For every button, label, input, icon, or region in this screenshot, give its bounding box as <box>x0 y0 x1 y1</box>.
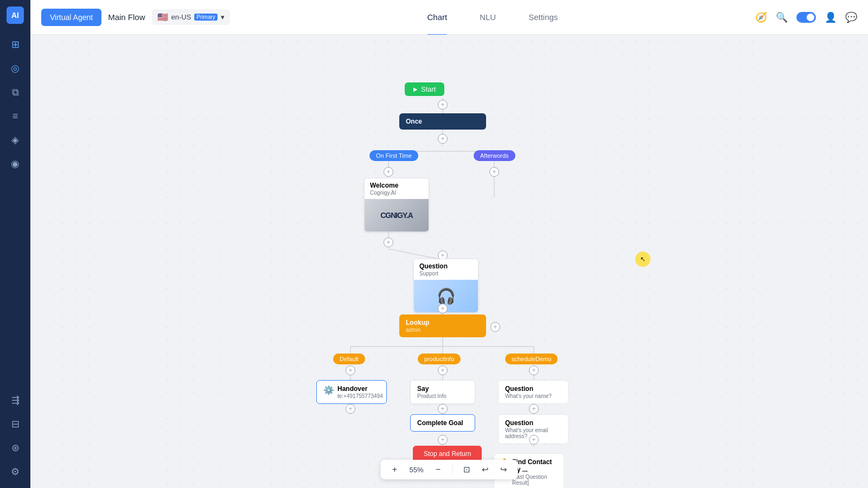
once-node[interactable]: Once <box>399 113 486 130</box>
question-support-title: Question <box>419 262 473 270</box>
welcome-node-container: Welcome Cognigy.AI CGNIGY.A <box>364 178 429 232</box>
on-first-time-badge[interactable]: On First Time <box>369 150 418 161</box>
cognigy-logo: CGNIGY.A <box>380 211 413 220</box>
sidebar-item-search[interactable]: ◈ <box>5 130 25 150</box>
tab-chart[interactable]: Chart <box>427 8 447 26</box>
plus-icon[interactable]: + <box>529 435 539 445</box>
handover-node-container: ⚙️ Handover te:+491755773494 <box>316 380 387 404</box>
plus-icon[interactable]: + <box>438 365 448 375</box>
plus-icon[interactable]: + <box>346 365 355 375</box>
lookup-node-container: Lookup admin + <box>399 314 486 337</box>
flow-canvas[interactable]: ▶ Start + Once + On First Time Afterword… <box>30 35 868 488</box>
zoom-out-button[interactable]: − <box>432 463 445 476</box>
lookup-node[interactable]: Lookup admin <box>399 314 486 337</box>
start-node[interactable]: ▶ Start <box>405 82 444 96</box>
welcome-node-image: CGNIGY.A <box>365 199 429 232</box>
app-logo: AI <box>7 7 24 24</box>
add-after-goal[interactable]: + <box>438 435 448 445</box>
virtual-agent-button[interactable]: Virtual Agent <box>41 9 101 26</box>
question-name-title: Question <box>505 385 561 393</box>
headset-icon: 🎧 <box>437 287 456 305</box>
welcome-node[interactable]: Welcome Cognigy.AI CGNIGY.A <box>364 178 429 232</box>
complete-goal-node[interactable]: Complete Goal <box>410 414 475 432</box>
default-badge[interactable]: Default <box>333 354 365 364</box>
sidebar-item-bulb[interactable]: ◉ <box>5 154 25 174</box>
product-info-badge[interactable]: productInfo <box>418 354 461 364</box>
afterwords-badge[interactable]: Afterwords <box>474 150 515 161</box>
plus-icon[interactable]: + <box>529 404 539 414</box>
plus-icon[interactable]: + <box>384 237 393 247</box>
undo-button[interactable]: ↩ <box>479 463 492 476</box>
plus-icon[interactable]: + <box>384 167 393 177</box>
plus-icon[interactable]: + <box>346 404 355 414</box>
nav-tabs: Chart NLU Settings <box>237 8 749 26</box>
user-icon[interactable]: 👤 <box>825 11 837 23</box>
add-after-once[interactable]: + <box>438 134 448 144</box>
add-after-schedule[interactable]: + <box>529 365 539 375</box>
plus-icon[interactable]: + <box>438 404 448 414</box>
tab-nlu[interactable]: NLU <box>480 8 496 26</box>
topbar-icons: 🧭 🔍 👤 💬 <box>755 11 857 23</box>
plus-icon[interactable]: + <box>438 134 448 144</box>
sidebar-item-list[interactable]: ≡ <box>5 106 25 126</box>
plus-icon[interactable]: + <box>529 365 539 375</box>
fit-screen-button[interactable]: ⊡ <box>461 463 474 476</box>
plus-icon[interactable]: + <box>438 100 448 110</box>
cursor-indicator: ↖ <box>635 252 650 267</box>
zoom-toolbar: + 55% − ⊡ ↩ ↪ <box>381 460 518 479</box>
add-after-product[interactable]: + <box>438 365 448 375</box>
sidebar-item-grid[interactable]: ⊞ <box>5 35 25 54</box>
once-node-container: Once <box>399 113 486 130</box>
redo-button[interactable]: ↪ <box>497 463 510 476</box>
add-after-after[interactable]: + <box>489 167 499 177</box>
schedule-demo-badge[interactable]: scheduleDemo <box>505 354 558 364</box>
add-after-say[interactable]: + <box>438 404 448 414</box>
schedule-demo-badge-container: scheduleDemo <box>505 354 558 363</box>
start-node-container: ▶ Start <box>405 82 444 96</box>
search-icon[interactable]: 🔍 <box>776 11 788 23</box>
add-right-lookup[interactable]: + <box>490 322 500 332</box>
sidebar-item-extension[interactable]: ⊟ <box>5 414 25 434</box>
sidebar-item-layers[interactable]: ⧉ <box>5 82 25 102</box>
toggle-button[interactable] <box>796 12 816 23</box>
flag-icon: 🇺🇸 <box>157 12 168 22</box>
language-code: en-US <box>171 13 192 21</box>
plus-icon[interactable]: + <box>489 167 499 177</box>
lookup-node-sub: admin <box>406 327 480 333</box>
handover-node[interactable]: ⚙️ Handover te:+491755773494 <box>316 380 387 404</box>
default-badge-container: Default <box>333 354 365 363</box>
add-after-q-name[interactable]: + <box>529 404 539 414</box>
svg-line-7 <box>388 249 443 260</box>
topbar: Virtual Agent Main Flow 🇺🇸 en-US Primary… <box>30 0 868 35</box>
sidebar-item-settings[interactable]: ⚙ <box>5 462 25 481</box>
chat-icon[interactable]: 💬 <box>845 11 857 23</box>
language-selector[interactable]: 🇺🇸 en-US Primary ▾ <box>152 9 230 25</box>
compass-icon[interactable]: 🧭 <box>755 11 767 23</box>
chevron-down-icon: ▾ <box>221 13 225 21</box>
add-after-email[interactable]: + <box>529 435 539 445</box>
find-contact-title: Find Contact By ... <box>512 458 558 473</box>
plus-icon[interactable]: + <box>490 322 500 332</box>
add-after-start[interactable]: + <box>438 100 448 110</box>
sidebar: AI ⊞ ◎ ⧉ ≡ ◈ ◉ ⇶ ⊟ ⊛ ⚙ <box>0 0 30 488</box>
plus-icon[interactable]: + <box>438 435 448 445</box>
welcome-node-title: Welcome <box>370 182 423 189</box>
sidebar-item-flow[interactable]: ◎ <box>5 59 25 78</box>
plus-icon[interactable]: + <box>438 304 448 313</box>
add-after-handover[interactable]: + <box>346 404 355 414</box>
add-after-default[interactable]: + <box>346 365 355 375</box>
welcome-node-sub: Cognigy.AI <box>370 190 423 196</box>
play-icon: ▶ <box>413 86 418 92</box>
say-product-title: Say <box>417 385 468 393</box>
add-after-question[interactable]: + <box>438 304 448 313</box>
product-info-badge-container: productInfo <box>418 354 461 363</box>
sidebar-item-route[interactable]: ⇶ <box>5 390 25 410</box>
question-name-node[interactable]: Question What's your name? <box>498 380 569 404</box>
add-after-first[interactable]: + <box>384 167 393 177</box>
say-product-node[interactable]: Say Product Info <box>410 380 475 404</box>
zoom-in-button[interactable]: + <box>388 463 401 476</box>
start-label: Start <box>421 85 436 93</box>
sidebar-item-integration[interactable]: ⊛ <box>5 438 25 458</box>
tab-settings[interactable]: Settings <box>528 8 558 26</box>
add-after-welcome[interactable]: + <box>384 237 393 247</box>
